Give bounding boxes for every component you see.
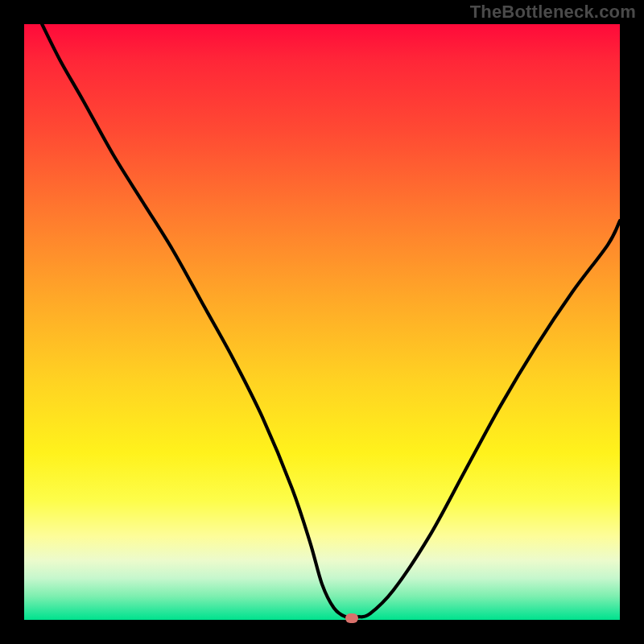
watermark-text: TheBottleneck.com (470, 2, 636, 23)
bottleneck-curve (42, 24, 620, 617)
plot-area (24, 24, 620, 620)
curve-svg (24, 24, 620, 620)
chart-frame: TheBottleneck.com (0, 0, 644, 644)
optimum-marker (345, 613, 358, 623)
